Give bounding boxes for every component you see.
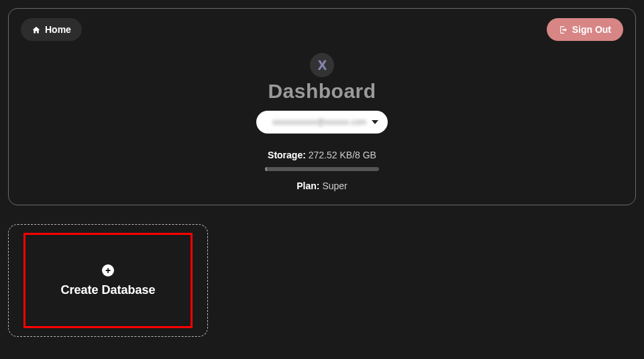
storage-progress-fill	[265, 167, 267, 171]
plan-label: Plan:	[297, 181, 319, 191]
create-database-card[interactable]: + Create Database	[8, 224, 208, 337]
top-nav-row: Home Sign Out	[21, 18, 623, 41]
home-button[interactable]: Home	[21, 18, 82, 41]
storage-info: Storage: 272.52 KB/8 GB	[268, 150, 376, 160]
storage-label: Storage:	[268, 150, 306, 160]
sign-out-icon	[559, 25, 568, 34]
logo-letter: X	[318, 58, 326, 73]
sign-out-button[interactable]: Sign Out	[547, 18, 623, 41]
sign-out-button-label: Sign Out	[572, 24, 611, 35]
create-card-content: + Create Database	[60, 264, 155, 297]
app-logo: X	[310, 53, 334, 77]
account-email: xxxxxxxxxxx@xxxxxx.com	[271, 117, 368, 127]
page-title: Dashboard	[268, 80, 376, 103]
dashboard-header-card: Home Sign Out X Dashboard xxxxxxxxxxx@xx…	[8, 8, 636, 205]
storage-value: 272.52 KB/8 GB	[309, 150, 376, 160]
plan-value: Super	[322, 181, 347, 191]
plan-info: Plan: Super	[297, 181, 347, 191]
create-database-label: Create Database	[60, 283, 155, 297]
storage-progress	[265, 167, 379, 171]
home-button-label: Home	[45, 24, 71, 35]
plus-circle-icon: +	[102, 264, 114, 276]
account-selector[interactable]: xxxxxxxxxxx@xxxxxx.com	[256, 111, 388, 134]
dashboard-center: X Dashboard xxxxxxxxxxx@xxxxxx.com Stora…	[21, 53, 623, 191]
home-icon	[32, 25, 41, 34]
chevron-down-icon	[372, 120, 378, 124]
